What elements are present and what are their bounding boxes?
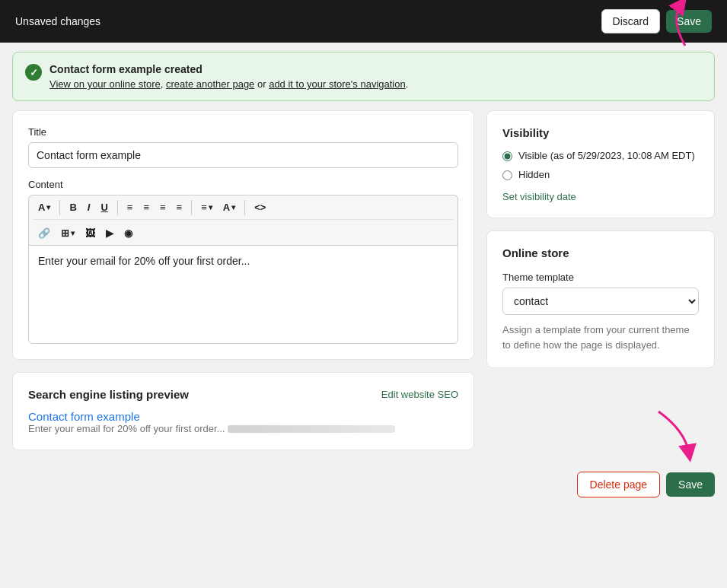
seo-card: Search engine listing preview Edit websi… xyxy=(12,372,474,450)
top-bar: Unsaved changes Discard Save xyxy=(0,0,727,43)
embed-button[interactable]: ◉ xyxy=(120,224,137,242)
video-icon: ▶ xyxy=(106,227,113,239)
success-title: Contact form example created xyxy=(49,63,408,75)
title-label: Title xyxy=(28,126,458,138)
success-icon xyxy=(25,64,42,81)
toolbar-sep2 xyxy=(117,200,118,215)
visibility-card: Visibility Visible (as of 5/29/2023, 10:… xyxy=(486,110,715,218)
success-banner: Contact form example created View on you… xyxy=(12,52,715,101)
bullet-list-icon: ≡ xyxy=(127,202,133,213)
content-label: Content xyxy=(28,179,458,190)
toolbar-sep3 xyxy=(191,200,192,215)
ordered-list-button[interactable]: ≡ xyxy=(139,199,154,216)
hidden-option: Hidden xyxy=(502,169,699,180)
text-color-chevron: ▾ xyxy=(231,203,235,211)
font-chevron: ▾ xyxy=(46,203,50,211)
save-bottom-button[interactable]: Save xyxy=(666,472,715,497)
outdent-button[interactable]: ≡ xyxy=(172,199,187,216)
theme-template-label: Theme template xyxy=(502,272,699,283)
theme-template-select[interactable]: contact page default xyxy=(502,288,699,315)
visible-radio[interactable] xyxy=(502,151,512,161)
visible-label[interactable]: Visible (as of 5/29/2023, 10:08 AM EDT) xyxy=(518,150,695,161)
set-visibility-date-link[interactable]: Set visibility date xyxy=(502,191,576,202)
visibility-title: Visibility xyxy=(502,126,699,139)
font-button[interactable]: A ▾ xyxy=(33,199,55,216)
underline-icon: U xyxy=(100,202,107,213)
indent-button[interactable]: ≡ xyxy=(155,199,171,216)
editor-body-text: Enter your email for 20% off your first … xyxy=(38,255,250,267)
hidden-radio[interactable] xyxy=(502,170,512,180)
view-store-link[interactable]: View on your online store xyxy=(49,78,161,90)
italic-icon: I xyxy=(88,202,91,213)
success-content: Contact form example created View on you… xyxy=(49,63,408,90)
link-icon: 🔗 xyxy=(38,227,50,239)
ordered-list-icon: ≡ xyxy=(143,202,149,213)
align-button[interactable]: ≡ ▾ xyxy=(196,199,217,216)
bottom-actions: Delete page Save xyxy=(0,462,727,507)
seo-description-text: Enter your email for 20% off your first … xyxy=(28,423,225,434)
bold-button[interactable]: B xyxy=(65,199,81,216)
main-content: Title Content A ▾ B xyxy=(0,110,727,462)
delete-page-button[interactable]: Delete page xyxy=(577,472,661,497)
toolbar-row2: 🔗 ⊞ ▾ 🖼 ▶ xyxy=(33,224,137,242)
top-bar-actions: Discard Save xyxy=(601,9,712,33)
table-icon: ⊞ xyxy=(61,227,69,239)
bold-icon: B xyxy=(69,202,76,213)
text-color-icon: A xyxy=(223,202,230,213)
seo-page-title[interactable]: Contact form example xyxy=(28,410,140,423)
seo-section-title: Search engine listing preview xyxy=(28,388,189,401)
create-page-link[interactable]: create another page xyxy=(166,78,254,90)
title-input[interactable] xyxy=(28,142,458,168)
font-label: A xyxy=(38,202,45,213)
toolbar-sep1 xyxy=(59,200,60,215)
unsaved-changes-title: Unsaved changes xyxy=(15,15,100,27)
table-chevron: ▾ xyxy=(71,229,75,237)
seo-description-bar: Enter your email for 20% off your first … xyxy=(28,423,458,434)
edit-seo-link[interactable]: Edit website SEO xyxy=(381,389,458,400)
code-button[interactable]: <> xyxy=(250,199,270,216)
table-button[interactable]: ⊞ ▾ xyxy=(56,224,79,242)
online-store-card: Online store Theme template contact page… xyxy=(486,230,715,368)
image-button[interactable]: 🖼 xyxy=(81,224,100,242)
text-color-button[interactable]: A ▾ xyxy=(218,199,240,216)
theme-description: Assign a template from your current them… xyxy=(502,323,699,352)
underline-button[interactable]: U xyxy=(96,199,112,216)
outdent-icon: ≡ xyxy=(177,202,183,213)
image-icon: 🖼 xyxy=(85,227,95,239)
left-column: Title Content A ▾ B xyxy=(12,110,474,450)
video-button[interactable]: ▶ xyxy=(101,224,118,242)
add-nav-link[interactable]: add it to your store's navigation xyxy=(269,78,406,90)
editor-card: Title Content A ▾ B xyxy=(12,110,474,360)
toolbar-sep4 xyxy=(244,200,245,215)
editor-body[interactable]: Enter your email for 20% off your first … xyxy=(28,245,458,344)
save-top-button[interactable]: Save xyxy=(666,10,712,33)
success-links: View on your online store, create anothe… xyxy=(49,78,408,90)
bullet-list-button[interactable]: ≡ xyxy=(123,199,138,216)
link-button[interactable]: 🔗 xyxy=(33,224,55,242)
right-column: Visibility Visible (as of 5/29/2023, 10:… xyxy=(486,110,715,368)
embed-icon: ◉ xyxy=(124,227,132,239)
visible-option: Visible (as of 5/29/2023, 10:08 AM EDT) xyxy=(502,150,699,161)
toolbar-row1: A ▾ B I U xyxy=(33,199,453,220)
code-icon: <> xyxy=(254,202,266,213)
seo-header: Search engine listing preview Edit websi… xyxy=(28,388,458,401)
italic-button[interactable]: I xyxy=(83,199,95,216)
discard-button[interactable]: Discard xyxy=(601,9,660,33)
editor-toolbar: A ▾ B I U xyxy=(28,195,458,245)
hidden-label[interactable]: Hidden xyxy=(518,169,550,180)
indent-icon: ≡ xyxy=(160,202,166,213)
align-icon: ≡ xyxy=(201,202,207,213)
seo-description-underline xyxy=(228,425,395,433)
online-store-title: Online store xyxy=(502,246,699,259)
align-chevron: ▾ xyxy=(209,203,212,211)
